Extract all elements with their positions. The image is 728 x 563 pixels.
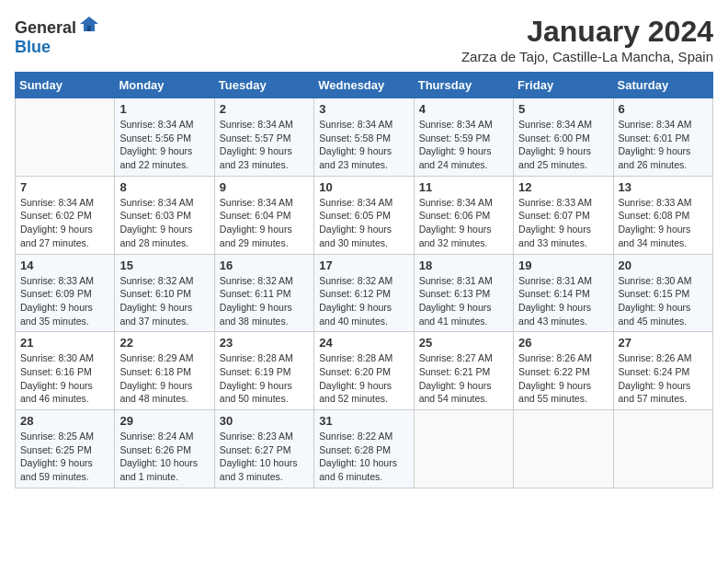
day-number: 25	[419, 336, 508, 350]
calendar-cell: 23Sunrise: 8:28 AMSunset: 6:19 PMDayligh…	[214, 332, 313, 410]
calendar-cell: 9Sunrise: 8:34 AMSunset: 6:04 PMDaylight…	[214, 176, 313, 254]
calendar-cell: 2Sunrise: 8:34 AMSunset: 5:57 PMDaylight…	[214, 98, 313, 177]
calendar-cell: 11Sunrise: 8:34 AMSunset: 6:06 PMDayligh…	[414, 176, 513, 254]
calendar-cell: 25Sunrise: 8:27 AMSunset: 6:21 PMDayligh…	[414, 332, 513, 410]
calendar-cell: 12Sunrise: 8:33 AMSunset: 6:07 PMDayligh…	[514, 176, 613, 254]
calendar-cell: 19Sunrise: 8:31 AMSunset: 6:14 PMDayligh…	[514, 254, 613, 332]
day-number: 5	[518, 102, 608, 116]
calendar-header-row: Sunday Monday Tuesday Wednesday Thursday…	[16, 73, 713, 98]
calendar-cell: 14Sunrise: 8:33 AMSunset: 6:09 PMDayligh…	[16, 254, 115, 332]
calendar-cell: 4Sunrise: 8:34 AMSunset: 5:59 PMDaylight…	[414, 98, 513, 177]
calendar-cell: 13Sunrise: 8:33 AMSunset: 6:08 PMDayligh…	[613, 176, 712, 254]
page-header: General Blue January 2024 Zarza de Tajo,…	[15, 15, 713, 64]
header-sunday: Sunday	[16, 73, 115, 98]
day-info: Sunrise: 8:22 AMSunset: 6:28 PMDaylight:…	[319, 430, 408, 484]
month-title: January 2024	[461, 15, 713, 49]
calendar-cell: 6Sunrise: 8:34 AMSunset: 6:01 PMDaylight…	[613, 98, 712, 177]
day-number: 20	[619, 259, 708, 272]
day-number: 1	[119, 102, 209, 116]
title-block: January 2024 Zarza de Tajo, Castille-La …	[461, 15, 713, 64]
calendar-cell: 1Sunrise: 8:34 AMSunset: 5:56 PMDaylight…	[115, 98, 214, 177]
day-info: Sunrise: 8:28 AMSunset: 6:19 PMDaylight:…	[220, 351, 309, 406]
day-info: Sunrise: 8:34 AMSunset: 5:57 PMDaylight:…	[220, 118, 309, 172]
day-info: Sunrise: 8:31 AMSunset: 6:13 PMDaylight:…	[419, 274, 508, 328]
day-number: 11	[419, 180, 508, 194]
day-number: 29	[119, 414, 209, 428]
day-number: 15	[119, 259, 209, 272]
calendar-cell: 24Sunrise: 8:28 AMSunset: 6:20 PMDayligh…	[314, 332, 414, 410]
day-info: Sunrise: 8:28 AMSunset: 6:20 PMDaylight:…	[319, 351, 408, 406]
header-friday: Friday	[514, 73, 613, 98]
header-monday: Monday	[115, 73, 214, 98]
calendar-cell: 30Sunrise: 8:23 AMSunset: 6:27 PMDayligh…	[214, 410, 313, 488]
calendar-cell: 31Sunrise: 8:22 AMSunset: 6:28 PMDayligh…	[314, 410, 414, 488]
day-number: 24	[319, 336, 408, 350]
day-number: 3	[319, 102, 408, 116]
calendar-cell: 18Sunrise: 8:31 AMSunset: 6:13 PMDayligh…	[414, 254, 513, 332]
calendar-week-row: 14Sunrise: 8:33 AMSunset: 6:09 PMDayligh…	[16, 254, 713, 332]
day-number: 2	[220, 102, 309, 116]
calendar-cell: 7Sunrise: 8:34 AMSunset: 6:02 PMDaylight…	[16, 176, 115, 254]
day-number: 28	[20, 414, 109, 428]
day-number: 19	[518, 259, 608, 272]
day-info: Sunrise: 8:34 AMSunset: 6:04 PMDaylight:…	[220, 196, 309, 250]
calendar-week-row: 7Sunrise: 8:34 AMSunset: 6:02 PMDaylight…	[16, 176, 713, 254]
logo: General Blue	[15, 15, 100, 57]
day-number: 26	[518, 336, 608, 350]
calendar-cell: 21Sunrise: 8:30 AMSunset: 6:16 PMDayligh…	[16, 332, 115, 410]
day-number: 6	[619, 102, 708, 116]
header-wednesday: Wednesday	[314, 73, 414, 98]
day-info: Sunrise: 8:26 AMSunset: 6:22 PMDaylight:…	[518, 351, 608, 406]
calendar-cell	[16, 98, 115, 177]
calendar-cell: 16Sunrise: 8:32 AMSunset: 6:11 PMDayligh…	[214, 254, 313, 332]
calendar-cell: 17Sunrise: 8:32 AMSunset: 6:12 PMDayligh…	[314, 254, 414, 332]
day-info: Sunrise: 8:34 AMSunset: 6:01 PMDaylight:…	[619, 118, 708, 172]
day-info: Sunrise: 8:25 AMSunset: 6:25 PMDaylight:…	[20, 430, 109, 484]
calendar-cell: 20Sunrise: 8:30 AMSunset: 6:15 PMDayligh…	[613, 254, 712, 332]
day-info: Sunrise: 8:34 AMSunset: 6:06 PMDaylight:…	[419, 196, 508, 250]
day-number: 8	[119, 180, 209, 194]
header-thursday: Thursday	[414, 73, 513, 98]
calendar-week-row: 1Sunrise: 8:34 AMSunset: 5:56 PMDaylight…	[16, 98, 713, 177]
calendar-cell	[514, 410, 613, 488]
day-number: 12	[518, 180, 608, 194]
day-number: 18	[419, 259, 508, 272]
day-number: 9	[220, 180, 309, 194]
calendar-cell: 28Sunrise: 8:25 AMSunset: 6:25 PMDayligh…	[16, 410, 115, 488]
logo-icon	[78, 15, 100, 33]
calendar-cell: 10Sunrise: 8:34 AMSunset: 6:05 PMDayligh…	[314, 176, 414, 254]
day-info: Sunrise: 8:30 AMSunset: 6:15 PMDaylight:…	[619, 274, 708, 328]
day-info: Sunrise: 8:29 AMSunset: 6:18 PMDaylight:…	[119, 351, 209, 406]
day-info: Sunrise: 8:24 AMSunset: 6:26 PMDaylight:…	[119, 430, 209, 484]
day-info: Sunrise: 8:23 AMSunset: 6:27 PMDaylight:…	[220, 430, 309, 484]
day-info: Sunrise: 8:33 AMSunset: 6:07 PMDaylight:…	[518, 196, 608, 250]
calendar-cell: 3Sunrise: 8:34 AMSunset: 5:58 PMDaylight…	[314, 98, 414, 177]
day-info: Sunrise: 8:27 AMSunset: 6:21 PMDaylight:…	[419, 351, 508, 406]
day-number: 30	[220, 414, 309, 428]
day-info: Sunrise: 8:32 AMSunset: 6:12 PMDaylight:…	[319, 274, 408, 328]
day-number: 17	[319, 259, 408, 272]
day-number: 7	[20, 180, 109, 194]
day-info: Sunrise: 8:31 AMSunset: 6:14 PMDaylight:…	[518, 274, 608, 328]
calendar-cell	[613, 410, 712, 488]
day-info: Sunrise: 8:34 AMSunset: 6:03 PMDaylight:…	[119, 196, 209, 250]
day-number: 16	[220, 259, 309, 272]
day-number: 31	[319, 414, 408, 428]
day-number: 23	[220, 336, 309, 350]
day-info: Sunrise: 8:34 AMSunset: 5:59 PMDaylight:…	[419, 118, 508, 172]
day-number: 13	[619, 180, 708, 194]
calendar-cell: 26Sunrise: 8:26 AMSunset: 6:22 PMDayligh…	[514, 332, 613, 410]
calendar-cell: 29Sunrise: 8:24 AMSunset: 6:26 PMDayligh…	[115, 410, 214, 488]
logo-general: General	[15, 18, 76, 37]
day-info: Sunrise: 8:34 AMSunset: 6:05 PMDaylight:…	[319, 196, 408, 250]
calendar-week-row: 21Sunrise: 8:30 AMSunset: 6:16 PMDayligh…	[16, 332, 713, 410]
calendar-table: Sunday Monday Tuesday Wednesday Thursday…	[15, 72, 713, 488]
day-number: 22	[119, 336, 209, 350]
day-info: Sunrise: 8:33 AMSunset: 6:09 PMDaylight:…	[20, 274, 109, 328]
day-info: Sunrise: 8:34 AMSunset: 6:02 PMDaylight:…	[20, 196, 109, 250]
calendar-cell: 8Sunrise: 8:34 AMSunset: 6:03 PMDaylight…	[115, 176, 214, 254]
day-number: 14	[20, 259, 109, 272]
day-number: 27	[619, 336, 708, 350]
day-info: Sunrise: 8:26 AMSunset: 6:24 PMDaylight:…	[619, 351, 708, 406]
header-saturday: Saturday	[613, 73, 712, 98]
